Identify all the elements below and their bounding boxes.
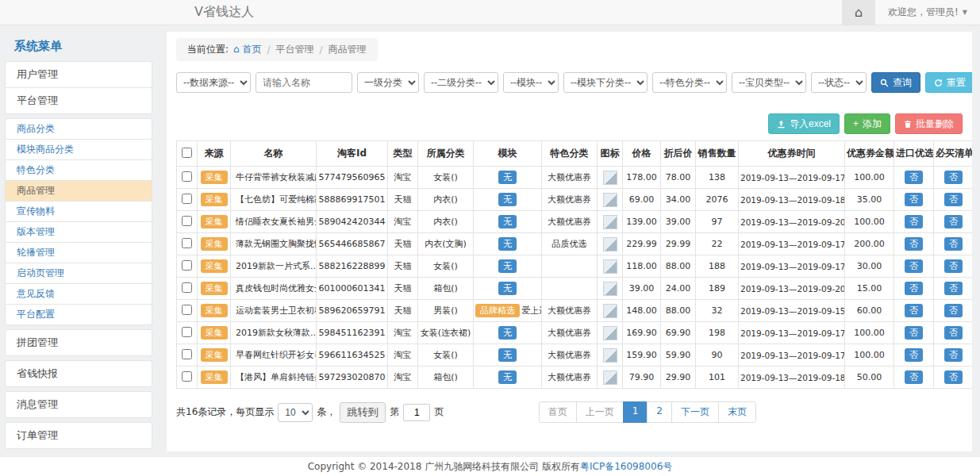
row-checkbox-cell: [177, 367, 198, 389]
sidebar-item[interactable]: 订单管理: [5, 422, 152, 449]
sidebar-item[interactable]: 意见反馈: [5, 283, 152, 305]
sales-count-cell: 2076: [696, 189, 739, 211]
row-checkbox[interactable]: [182, 238, 192, 248]
sidebar-item[interactable]: 平台配置: [5, 304, 152, 325]
coupon-time-cell: 2019-09-13—2019-09-18: [739, 189, 845, 211]
module-badge: 无: [498, 370, 517, 385]
row-checkbox[interactable]: [182, 305, 192, 315]
breadcrumb-home-link[interactable]: ⌂ 首页: [233, 43, 261, 56]
source-badge: 采集: [201, 171, 228, 185]
row-checkbox[interactable]: [182, 349, 192, 359]
taoke-id-cell: 588216228899: [317, 255, 388, 278]
type-cell: 淘宝: [388, 344, 418, 367]
module-badge: 无: [498, 282, 517, 296]
source-badge: 采集: [201, 215, 228, 229]
column-header: 所属分类: [418, 141, 474, 167]
sidebar-item[interactable]: 启动页管理: [5, 263, 152, 284]
add-button[interactable]: + 添加: [844, 113, 890, 134]
source-badge: 采集: [201, 370, 228, 385]
icon-cell: [598, 300, 623, 322]
sidebar-item[interactable]: 省钱快报: [5, 360, 152, 387]
type-cell: 淘宝: [388, 211, 418, 233]
table-row: 采集【港风】单肩斜挎链条...597293020870淘宝箱包()无大额优惠券7…: [177, 367, 973, 389]
filter-select[interactable]: --状态--: [811, 72, 867, 93]
page-button[interactable]: 末页: [718, 401, 756, 423]
user-dropdown[interactable]: 欢迎您，管理员! ▼: [875, 0, 980, 25]
row-checkbox[interactable]: [182, 371, 192, 382]
feature-category-cell: 大额优惠券: [542, 344, 598, 367]
filter-select[interactable]: 一级分类: [357, 72, 419, 93]
reset-button[interactable]: 重置: [925, 72, 972, 93]
page-button[interactable]: 2: [647, 401, 672, 423]
column-header: 优惠券金额: [845, 141, 894, 167]
filter-select[interactable]: --特色分类--: [652, 72, 727, 93]
must-buy-badge: 否: [944, 282, 963, 296]
sales-count-cell: 138: [696, 167, 739, 189]
table-body: 采集牛仔背带裤女秋装减龄...577479560965淘宝女装()无大额优惠券1…: [177, 167, 973, 389]
import-select-badge: 否: [905, 282, 923, 296]
discount-price-cell: 29.90: [661, 367, 696, 389]
jump-button[interactable]: 跳转到: [340, 402, 386, 423]
feature-category-cell: 大额优惠券: [542, 211, 598, 233]
sidebar-item[interactable]: 轮播管理: [5, 242, 152, 263]
sidebar-item[interactable]: 宣传物料: [5, 201, 152, 222]
sidebar-item[interactable]: 特色分类: [5, 159, 152, 181]
filter-select[interactable]: --模块下分类--: [563, 72, 648, 93]
row-checkbox[interactable]: [182, 216, 192, 226]
taoke-id-cell: 589620659791: [317, 300, 388, 322]
icon-cell: [598, 278, 623, 300]
row-checkbox[interactable]: [182, 260, 192, 271]
category-cell: 内衣(): [418, 211, 474, 233]
page-button[interactable]: 下一页: [671, 401, 719, 423]
taoke-id-cell: 597293020870: [317, 367, 388, 389]
column-header: 来源: [198, 141, 231, 167]
page-button[interactable]: 首页: [539, 401, 577, 423]
column-header: 类型: [388, 141, 418, 167]
must-buy-badge: 否: [944, 304, 963, 318]
import-excel-button[interactable]: 导入excel: [768, 113, 840, 134]
search-button[interactable]: 查询: [871, 72, 920, 93]
sidebar-item[interactable]: 用户管理: [5, 61, 152, 88]
row-checkbox[interactable]: [182, 327, 192, 337]
filter-select[interactable]: --模块--: [503, 72, 559, 93]
row-checkbox-cell: [177, 300, 198, 322]
sidebar-item[interactable]: 版本管理: [5, 221, 152, 243]
discount-price-cell: 24.00: [661, 278, 696, 300]
sidebar-item[interactable]: 模块商品分类: [5, 139, 152, 160]
select-all-checkbox[interactable]: [182, 148, 192, 158]
category-cell: 女装(): [418, 255, 474, 278]
page-button[interactable]: 上一页: [576, 401, 624, 423]
page-button[interactable]: 1: [623, 401, 648, 423]
row-checkbox[interactable]: [182, 171, 192, 182]
filter-select[interactable]: --二级分类--: [424, 72, 498, 93]
sidebar-item[interactable]: 平台管理: [5, 87, 152, 114]
sidebar-item[interactable]: 消息管理: [5, 391, 152, 418]
batch-delete-button[interactable]: 批量删除: [895, 113, 963, 134]
home-button[interactable]: ⌂: [842, 0, 875, 25]
import-select-badge: 否: [905, 237, 923, 251]
coupon-amount-cell: 30.00: [845, 255, 894, 278]
jump-suffix: 页: [434, 405, 444, 419]
filter-select[interactable]: --宝贝类型--: [732, 72, 806, 93]
filter-select[interactable]: --数据来源--: [176, 72, 251, 93]
feature-category-cell: [542, 255, 598, 278]
name-search-input[interactable]: [256, 72, 352, 93]
sidebar-item[interactable]: 商品分类: [5, 118, 152, 140]
sidebar-item[interactable]: 商品管理: [5, 180, 152, 202]
type-cell: 天猫: [388, 189, 418, 211]
page-size-select[interactable]: 10: [278, 403, 313, 422]
coupon-time-cell: 2019-09-13—2019-09-20: [739, 278, 845, 300]
row-checkbox[interactable]: [182, 282, 192, 293]
sidebar-item[interactable]: 拼团管理: [5, 329, 152, 356]
module-cell: 无: [474, 255, 542, 278]
per-page-suffix: 条，: [317, 405, 336, 419]
coupon-time-cell: 2019-09-13—2019-09-17: [739, 167, 845, 189]
jump-page-input[interactable]: [403, 404, 430, 421]
category-cell: 女装(): [418, 167, 474, 189]
row-checkbox[interactable]: [182, 194, 192, 204]
batch-delete-label: 批量删除: [916, 117, 954, 131]
table-row: 采集2019新款女秋薄款...598451162391淘宝女装(连衣裙)无大额优…: [177, 322, 973, 344]
record-count-text: 共16条记录，每页显示: [176, 405, 274, 419]
icon-cell: [598, 167, 623, 189]
icp-link[interactable]: 粤ICP备16098006号: [580, 460, 672, 474]
